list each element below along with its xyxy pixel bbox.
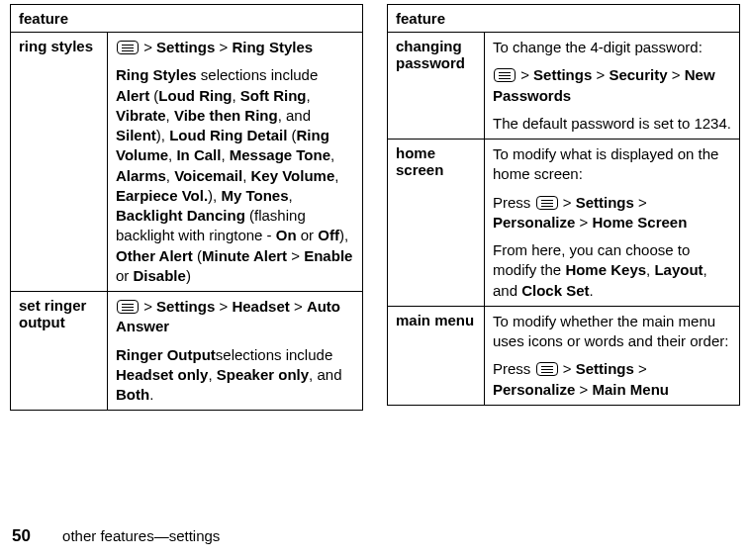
description-text: Ringer Outputselections include Headset …	[116, 345, 354, 406]
table-header: feature	[11, 5, 363, 33]
table-row: set ringer output > Settings > Headset >…	[11, 292, 363, 411]
feature-description: To modify whether the main menu uses ico…	[485, 306, 740, 405]
table-row: ring styles > Settings > Ring StylesRing…	[11, 33, 363, 292]
menu-path: > Settings > Ring Styles	[116, 38, 354, 57]
menu-path: > Settings > Headset > Auto Answer	[116, 297, 354, 337]
content-columns: feature ring styles > Settings > Ring St…	[10, 4, 741, 411]
left-column: feature ring styles > Settings > Ring St…	[10, 4, 363, 411]
description-text: To modify what is displayed on the home …	[493, 144, 731, 185]
feature-description: > Settings > Headset > Auto AnswerRinger…	[108, 292, 363, 411]
feature-label: changing password	[388, 33, 485, 140]
feature-label: home screen	[388, 140, 485, 307]
feature-description: To change the 4-digit password: > Settin…	[485, 33, 740, 140]
table-row: changing passwordTo change the 4-digit p…	[388, 33, 740, 140]
feature-label: main menu	[388, 306, 485, 405]
table-row: main menuTo modify whether the main menu…	[388, 306, 740, 405]
section-title: other features—settings	[62, 527, 220, 544]
description-text: To modify whether the main menu uses ico…	[493, 312, 731, 352]
menu-key-icon	[117, 41, 139, 54]
page-footer: 50 other features—settings	[12, 526, 220, 546]
menu-key-icon	[494, 68, 516, 82]
feature-label: ring styles	[11, 33, 108, 292]
description-text: Ring Styles selections include Alert (Lo…	[116, 65, 354, 286]
menu-path: > Settings > Security > New Passwords	[493, 65, 731, 106]
feature-label: set ringer output	[11, 292, 108, 411]
right-table: feature changing passwordTo change the 4…	[387, 4, 740, 406]
description-text: To change the 4-digit password:	[493, 38, 731, 57]
menu-key-icon	[536, 196, 558, 210]
description-text: The default password is set to 1234.	[493, 114, 731, 134]
feature-description: To modify what is displayed on the home …	[485, 140, 740, 307]
left-table: feature ring styles > Settings > Ring St…	[10, 4, 363, 411]
menu-key-icon	[536, 362, 558, 376]
right-column: feature changing passwordTo change the 4…	[387, 4, 740, 411]
menu-key-icon	[117, 300, 139, 314]
page-number: 50	[12, 526, 31, 545]
feature-description: > Settings > Ring StylesRing Styles sele…	[108, 33, 363, 292]
table-header: feature	[388, 5, 740, 33]
menu-path: Press > Settings > Personalize > Main Me…	[493, 359, 731, 400]
table-row: home screenTo modify what is displayed o…	[388, 140, 740, 307]
menu-path: Press > Settings > Personalize > Home Sc…	[493, 193, 731, 233]
description-text: From here, you can choose to modify the …	[493, 240, 731, 301]
